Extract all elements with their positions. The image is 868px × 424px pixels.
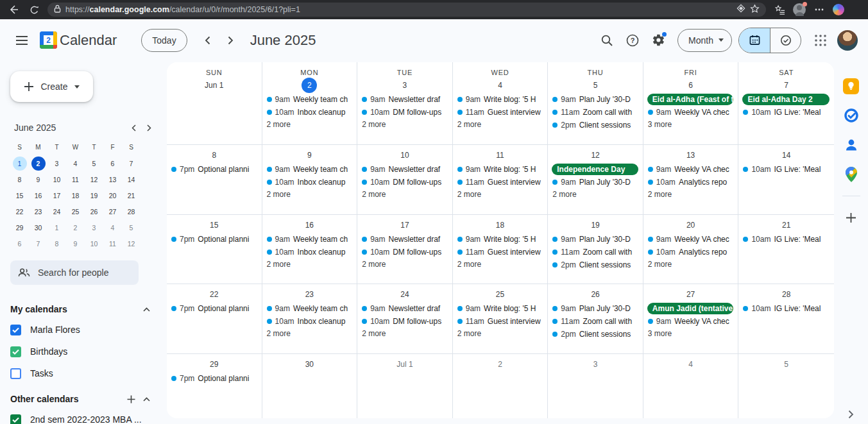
user-avatar[interactable] <box>837 30 858 51</box>
mini-calendar-day[interactable]: 14 <box>124 173 139 187</box>
date-number[interactable]: 4 <box>683 357 699 372</box>
mini-calendar-day[interactable]: 20 <box>106 189 120 203</box>
timed-event[interactable]: 9amWeekly VA chec <box>643 315 738 328</box>
date-number[interactable]: 3 <box>397 78 413 93</box>
day-cell[interactable]: 27Amun Jadid (tentative)9amWeekly VA che… <box>643 284 739 354</box>
main-menu-icon[interactable] <box>9 28 35 53</box>
more-events-link[interactable]: 2 more <box>453 328 548 338</box>
date-number[interactable]: 28 <box>779 287 794 302</box>
day-cell[interactable]: 4 <box>643 354 739 418</box>
timed-event[interactable]: 10amAnalytics repo <box>643 246 738 259</box>
date-number[interactable]: 2 <box>302 78 317 93</box>
day-cell[interactable]: 1410amIG Live: 'Meal <box>738 145 834 215</box>
mini-calendar-day[interactable]: 26 <box>87 205 101 219</box>
view-selector-dropdown[interactable]: Month <box>677 29 732 52</box>
day-cell[interactable]: 189amWrite blog: '5 H11amGuest interview… <box>453 215 549 284</box>
tracking-prevention-icon[interactable] <box>736 4 745 15</box>
timed-event[interactable]: 7pmOptional planni <box>167 163 262 176</box>
keep-icon[interactable] <box>843 78 860 94</box>
timed-event[interactable]: 9amWeekly VA chec <box>643 106 738 119</box>
timed-event[interactable]: 11amZoom call with <box>548 106 643 119</box>
allday-event-chip[interactable]: Eid al-Adha (Feast of t <box>647 94 734 105</box>
mini-calendar-day[interactable]: 16 <box>31 189 46 203</box>
timed-event[interactable]: 10amDM follow-ups <box>357 176 452 189</box>
mini-calendar-day[interactable]: 15 <box>13 189 27 203</box>
mini-calendar-day[interactable]: 4 <box>69 157 83 171</box>
date-number[interactable]: 10 <box>397 148 413 163</box>
timed-event[interactable]: 7pmOptional planni <box>167 302 262 315</box>
more-events-link[interactable]: 3 more <box>643 328 738 338</box>
timed-event[interactable]: 10amDM follow-ups <box>357 246 452 259</box>
mini-calendar-day[interactable]: 23 <box>31 205 46 219</box>
day-cell[interactable]: 157pmOptional planni <box>167 215 262 284</box>
mini-calendar-day[interactable]: 1 <box>13 157 27 171</box>
calendar-list-item[interactable]: Birthdays <box>10 343 158 360</box>
prev-month-icon[interactable] <box>196 29 219 52</box>
search-icon[interactable] <box>594 28 620 53</box>
timed-event[interactable]: 11amGuest interview <box>453 176 548 189</box>
mini-calendar-day[interactable]: 5 <box>87 157 101 171</box>
calendar-view-toggle[interactable] <box>739 28 770 53</box>
tasks-icon[interactable] <box>843 107 860 124</box>
timed-event[interactable]: 9amWeekly team ch <box>262 93 357 106</box>
date-number[interactable]: 3 <box>588 357 603 372</box>
day-cell[interactable]: 179amNewsletter draf10amDM follow-ups2 m… <box>357 215 453 284</box>
mini-calendar-day[interactable]: 8 <box>50 237 64 251</box>
mini-calendar-day[interactable]: 6 <box>13 237 27 251</box>
mini-calendar-day[interactable]: 4 <box>106 221 120 235</box>
date-number[interactable]: 4 <box>492 78 507 93</box>
timed-event[interactable]: 9amWeekly VA chec <box>643 163 738 176</box>
day-cell[interactable]: 269amPlan July '30-D11amZoom call with2p… <box>548 284 643 354</box>
mini-calendar-day[interactable]: 7 <box>31 237 46 251</box>
date-number[interactable]: 2 <box>492 357 507 372</box>
calendar-checkbox[interactable] <box>10 368 21 379</box>
calendar-checkbox[interactable] <box>10 346 21 357</box>
date-number[interactable]: 30 <box>302 357 317 372</box>
date-number[interactable]: 24 <box>397 287 413 302</box>
date-number[interactable]: 19 <box>588 217 603 233</box>
date-number[interactable]: 22 <box>207 287 222 302</box>
calendar-list-item[interactable]: Tasks <box>10 364 158 382</box>
mini-calendar-day[interactable]: 2 <box>69 221 83 235</box>
timed-event[interactable]: 9amPlan July '30-D <box>548 93 643 106</box>
date-number[interactable]: 12 <box>588 148 603 163</box>
timed-event[interactable]: 9amPlan July '30-D <box>548 302 643 315</box>
timed-event[interactable]: 2pmClient sessions <box>548 328 643 341</box>
mini-calendar-day[interactable]: 12 <box>124 237 139 251</box>
calendar-checkbox[interactable] <box>10 325 21 335</box>
calendar-logo[interactable]: 2 <box>40 31 57 49</box>
mini-calendar-day[interactable]: 30 <box>31 221 46 235</box>
timed-event[interactable]: 9amWrite blog: '5 H <box>453 163 548 176</box>
more-events-link[interactable]: 2 more <box>357 189 452 199</box>
day-cell[interactable]: FRI6Eid al-Adha (Feast of t9amWeekly VA … <box>643 62 739 145</box>
day-cell[interactable]: TUE39amNewsletter draf10amDM follow-ups2… <box>357 62 453 145</box>
day-cell[interactable]: THU59amPlan July '30-D11amZoom call with… <box>548 62 643 145</box>
timed-event[interactable]: 9amPlan July '30-D <box>548 176 643 189</box>
allday-event-chip[interactable]: Amun Jadid (tentative) <box>647 303 734 314</box>
mini-prev-icon[interactable] <box>126 120 141 135</box>
date-number[interactable]: 14 <box>779 148 794 163</box>
date-number[interactable]: 8 <box>207 148 222 163</box>
day-cell[interactable]: 2810amIG Live: 'Meal <box>738 284 834 354</box>
timed-event[interactable]: 10amDM follow-ups <box>357 106 452 119</box>
day-cell[interactable]: 169amWeekly team ch10amInbox cleanup2 mo… <box>262 215 358 284</box>
mini-calendar-day[interactable]: 11 <box>69 173 83 187</box>
mini-calendar-day[interactable]: 9 <box>31 173 46 187</box>
mini-calendar-day[interactable]: 12 <box>87 173 101 187</box>
more-events-link[interactable]: 2 more <box>357 328 452 338</box>
mini-calendar-day[interactable]: 3 <box>87 221 101 235</box>
date-number[interactable]: 17 <box>397 217 413 233</box>
day-cell[interactable]: 209amWeekly VA chec10amAnalytics repo2 m… <box>643 215 739 284</box>
collapse-icon[interactable] <box>139 301 154 317</box>
favorites-bar-icon[interactable] <box>772 3 787 17</box>
more-events-link[interactable]: 2 more <box>453 119 548 129</box>
mini-calendar-day[interactable]: 24 <box>50 205 64 219</box>
timed-event[interactable]: 10amInbox cleanup <box>262 246 357 259</box>
date-number[interactable]: 15 <box>207 217 222 233</box>
mini-calendar-day[interactable]: 29 <box>13 221 27 235</box>
day-cell[interactable]: 227pmOptional planni <box>167 284 262 354</box>
timed-event[interactable]: 9amPlan July '30-D <box>548 233 643 246</box>
more-events-link[interactable]: 2 more <box>357 259 452 269</box>
day-cell[interactable]: SAT7Eid al-Adha Day 210amIG Live: 'Meal <box>738 62 834 145</box>
next-month-icon[interactable] <box>219 29 243 52</box>
